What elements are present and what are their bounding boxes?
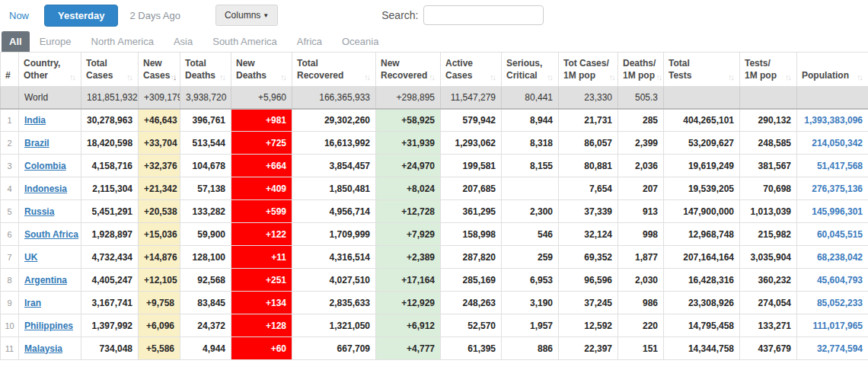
sort-icon[interactable]: ↑↓: [609, 72, 616, 81]
col-header-population[interactable]: Population↑↓: [797, 53, 868, 87]
cell-new_cases: +33,704: [139, 132, 180, 155]
cell-country: Colombia: [19, 155, 81, 177]
sort-icon[interactable]: ↑↓: [547, 72, 554, 81]
cell-new_cases: +15,036: [139, 223, 180, 246]
cell-total_recovered: 4,956,714: [292, 200, 376, 223]
cell-country: Russia: [19, 200, 81, 223]
cell-deaths_1m: 2,399: [618, 132, 664, 155]
sort-icon[interactable]: ↑↓: [429, 72, 436, 81]
country-link[interactable]: Brazil: [24, 138, 49, 148]
col-header-total_cases[interactable]: TotalCases↑↓: [81, 53, 139, 87]
col-header-new_recovered[interactable]: NewRecovered↑↓: [376, 53, 441, 87]
col-header-deaths_1m[interactable]: Deaths/1M pop↑↓: [618, 53, 664, 87]
cell-total_cases: 2,115,304: [81, 177, 139, 200]
cell-total_tests: 53,209,627: [664, 132, 740, 155]
cell-total_cases: 18,420,598: [81, 132, 139, 155]
now-button[interactable]: Now: [9, 10, 29, 21]
tab-asia[interactable]: Asia: [164, 31, 203, 52]
cell-total_tests: 19,539,205: [664, 177, 740, 200]
sort-icon[interactable]: ↑↓: [490, 72, 496, 81]
sort-icon[interactable]: ↑↓: [219, 72, 226, 81]
cell-country: India: [19, 109, 81, 132]
col-header-tot_cases_1m[interactable]: Tot Cases/1M pop↑↓: [559, 53, 618, 87]
col-header-total_tests[interactable]: TotalTests↑↓: [664, 53, 740, 87]
cell-deaths_1m: 1,877: [618, 246, 664, 269]
columns-dropdown-label: Columns: [225, 10, 260, 21]
tab-africa[interactable]: Africa: [287, 31, 332, 52]
cell-active_cases: 361,295: [441, 200, 502, 223]
sort-icon[interactable]: ↑↓: [656, 72, 662, 81]
country-link[interactable]: Malaysia: [24, 343, 62, 354]
col-header-label: Tests/1M pop: [745, 57, 777, 81]
cell-tot_cases_1m: 37,245: [559, 292, 618, 314]
tab-north-america[interactable]: North America: [81, 31, 164, 52]
col-header-active_cases[interactable]: ActiveCases↑↓: [441, 53, 502, 87]
cell-total_cases: 4,732,434: [81, 246, 139, 269]
country-link[interactable]: Philippines: [24, 321, 73, 331]
sort-icon[interactable]: ↑↓: [126, 72, 133, 81]
cell-serious_critical: 3,190: [502, 292, 559, 314]
col-header-total_deaths[interactable]: TotalDeaths↑↓: [180, 53, 231, 87]
country-link[interactable]: Colombia: [24, 161, 66, 171]
country-link[interactable]: UK: [24, 252, 37, 263]
yesterday-button[interactable]: Yesterday: [44, 5, 118, 27]
cell-serious_critical: 1,957: [502, 314, 559, 337]
country-link[interactable]: Iran: [24, 298, 41, 308]
country-link[interactable]: South Africa: [24, 229, 78, 240]
columns-dropdown-button[interactable]: Columns▼: [215, 5, 278, 26]
sort-icon[interactable]: ↑↓: [280, 72, 287, 81]
col-header-total_recovered[interactable]: TotalRecovered↑↓: [292, 53, 376, 87]
cell-population: 85,052,233: [797, 292, 868, 314]
col-header-new_cases[interactable]: NewCases↑↓: [139, 53, 180, 87]
cell-tests_1m: [740, 87, 797, 109]
cell-total_recovered: 2,835,633: [292, 292, 376, 314]
col-header-label: Population: [802, 69, 849, 81]
cell-rank: 1: [1, 109, 19, 132]
table-row: 10Philippines1,397,992+6,09624,372+1281,…: [1, 314, 868, 337]
cell-rank: 5: [1, 200, 19, 223]
cell-total_tests: 19,619,249: [664, 155, 740, 177]
cell-total_deaths: 396,761: [180, 109, 231, 132]
tab-all[interactable]: All: [2, 31, 30, 52]
tab-europe[interactable]: Europe: [30, 31, 81, 52]
search-group: Search:: [381, 5, 544, 25]
sort-icon[interactable]: ↑↓: [785, 72, 792, 81]
sort-icon[interactable]: ↑↓: [170, 72, 177, 81]
tab-south-america[interactable]: South America: [203, 31, 287, 52]
cell-population: 60,045,515: [797, 223, 868, 246]
col-header-country[interactable]: Country,Other↑↓: [19, 53, 81, 87]
country-link[interactable]: Indonesia: [24, 183, 67, 194]
cell-new_deaths: +5,960: [231, 87, 292, 109]
col-header-new_deaths[interactable]: NewDeaths↑↓: [231, 53, 292, 87]
country-link[interactable]: India: [24, 115, 46, 126]
two-days-ago-button[interactable]: 2 Days Ago: [129, 10, 180, 21]
cell-tot_cases_1m: 21,731: [559, 109, 618, 132]
cell-total_cases: 4,405,247: [81, 269, 139, 292]
sort-icon[interactable]: ↑↓: [857, 72, 863, 81]
cell-serious_critical: 546: [502, 223, 559, 246]
search-label: Search:: [381, 9, 418, 21]
col-header-serious_critical[interactable]: Serious,Critical↑↓: [502, 53, 559, 87]
sort-icon[interactable]: ↑↓: [728, 72, 735, 81]
cell-total_deaths: 92,568: [180, 269, 231, 292]
cell-country: Argentina: [19, 269, 81, 292]
tab-oceania[interactable]: Oceania: [332, 31, 388, 52]
search-input[interactable]: [423, 5, 544, 25]
cell-country: Brazil: [19, 132, 81, 155]
cell-total_recovered: 667,709: [292, 337, 376, 360]
col-header-tests_1m[interactable]: Tests/1M pop↑↓: [740, 53, 797, 87]
table-row: 6South Africa1,928,897+15,03659,900+1221…: [1, 223, 868, 246]
cell-total_recovered: 1,850,481: [292, 177, 376, 200]
country-link[interactable]: Argentina: [24, 275, 67, 285]
sort-icon[interactable]: ↑↓: [364, 72, 371, 81]
cell-new_cases: +46,643: [139, 109, 180, 132]
cell-new_deaths: +122: [231, 223, 292, 246]
col-header-label: TotalCases: [86, 57, 113, 81]
table-row: 5Russia5,451,291+20,538133,282+5994,956,…: [1, 200, 868, 223]
cell-rank: 11: [1, 337, 19, 360]
cell-active_cases: 248,263: [441, 292, 502, 314]
sort-icon[interactable]: ↑↓: [69, 72, 76, 81]
cell-total_tests: 404,265,101: [664, 109, 740, 132]
country-link[interactable]: Russia: [24, 206, 54, 217]
cell-total_deaths: 133,282: [180, 200, 231, 223]
